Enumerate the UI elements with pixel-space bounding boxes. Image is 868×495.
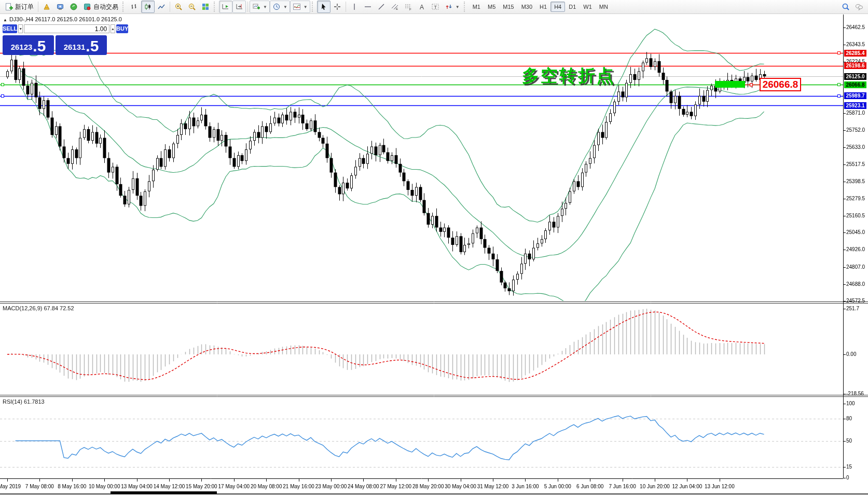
new-chart-icon	[252, 3, 260, 11]
time-axis-label: 6 May 2019	[0, 484, 21, 489]
timeframe-m15-button[interactable]: M15	[499, 2, 517, 12]
sell-price-pips: .5	[33, 38, 46, 54]
chat-button[interactable]	[852, 1, 866, 13]
time-axis-label: 5 Jun 00:00	[544, 484, 571, 489]
arrows-icon	[445, 3, 453, 11]
zoom-out-button[interactable]	[185, 1, 199, 13]
time-axis-label: 7 May 08:00	[25, 484, 54, 489]
timeframe-m5-button[interactable]: M5	[484, 2, 499, 12]
candlestick-mode-button[interactable]	[141, 1, 155, 13]
timeframe-m1-button[interactable]: M1	[469, 2, 484, 12]
crosshair-tool-button[interactable]	[330, 1, 344, 13]
search-button[interactable]	[839, 1, 852, 13]
price-axis-tick: 25871.0	[846, 110, 865, 116]
price-chart-canvas[interactable]	[0, 14, 868, 495]
time-axis-label: 8 May 16:00	[58, 484, 86, 489]
sell-button[interactable]: SELL	[3, 24, 17, 33]
terminal-button[interactable]	[53, 1, 67, 13]
timeframe-mn-button[interactable]: MN	[596, 2, 612, 12]
buy-price-panel[interactable]: 26131 .5	[56, 35, 107, 55]
signal-orb-icon	[70, 3, 78, 11]
trendline-icon	[377, 3, 385, 11]
timeframe-m30-button[interactable]: M30	[518, 2, 536, 12]
toolbar-separator	[247, 2, 248, 12]
time-axis-label: 31 May 12:00	[477, 484, 509, 489]
horizontal-line-tool-button[interactable]	[361, 1, 375, 13]
indicators-icon	[293, 3, 301, 11]
sell-price-panel[interactable]: 26123 .5	[3, 35, 54, 55]
fibonacci-tool-button[interactable]: F	[402, 1, 415, 13]
algo-trading-label: 自动交易	[93, 3, 118, 11]
auto-scroll-button[interactable]	[219, 1, 232, 13]
bar-chart-mode-button[interactable]	[128, 1, 141, 13]
mql5-community-button[interactable]	[67, 1, 80, 13]
cursor-tool-button[interactable]	[317, 1, 330, 13]
equidistant-channel-tool-button[interactable]: E	[388, 1, 402, 13]
price-axis-tick: 25517.5	[846, 161, 865, 167]
text-label-icon: T	[431, 3, 439, 11]
toolbar-separator	[346, 2, 346, 12]
fibonacci-icon: F	[404, 3, 412, 11]
candlestick-icon	[144, 3, 152, 11]
algo-trading-button[interactable]: 自动交易	[80, 1, 121, 13]
time-axis-label: 6 Jun 08:00	[576, 484, 603, 489]
vertical-line-tool-button[interactable]	[348, 1, 361, 13]
volume-decrease-button[interactable]: ▼	[18, 24, 23, 33]
volume-increase-button[interactable]: ▲	[111, 24, 115, 33]
text-label-tool-button[interactable]: T	[429, 1, 442, 13]
zoom-in-icon	[174, 3, 183, 11]
vertical-line-icon	[350, 3, 359, 11]
collapse-triangle-icon[interactable]: ▲	[3, 18, 7, 22]
line-chart-mode-button[interactable]	[155, 1, 168, 13]
tile-windows-button[interactable]	[199, 1, 212, 13]
svg-text:A: A	[420, 4, 424, 11]
price-callout-label[interactable]: 26066.8	[760, 78, 801, 91]
chart-shift-button[interactable]	[232, 1, 246, 13]
timeframe-w1-button[interactable]: W1	[580, 2, 596, 12]
price-axis-tick: 25633.0	[846, 144, 865, 150]
clock-icon	[272, 3, 281, 11]
dropdown-caret-icon: ▼	[304, 5, 308, 9]
time-axis-label: 13 May 04:00	[121, 484, 153, 489]
line-chart-icon	[157, 3, 166, 11]
price-axis-tick: 25752.0	[846, 127, 865, 133]
new-chart-dropdown[interactable]: ▼	[250, 1, 270, 13]
tile-windows-icon	[201, 3, 210, 11]
toolbar-grip	[312, 2, 315, 12]
price-axis-tick: 25045.0	[846, 229, 865, 235]
time-axis-label: 30 May 04:00	[445, 484, 476, 489]
buy-price: 26131	[64, 40, 86, 54]
svg-text:T: T	[434, 5, 437, 10]
new-order-icon	[5, 3, 13, 11]
price-level-label: 26125.0	[844, 73, 866, 80]
price-axis-tick: 24807.0	[846, 264, 865, 270]
rsi-axis-tick: 0	[846, 475, 849, 480]
timeframe-h1-button[interactable]: H1	[536, 2, 550, 12]
indicators-dropdown[interactable]: ▼	[290, 1, 310, 13]
trendline-tool-button[interactable]	[375, 1, 388, 13]
horizontal-scrollbar-thumb[interactable]	[111, 491, 217, 494]
text-tool-button[interactable]: A	[415, 1, 429, 13]
time-axis-label: 23 May 00:00	[315, 484, 347, 489]
timeframe-h4-button[interactable]: H4	[550, 2, 565, 12]
timeframe-d1-button[interactable]: D1	[565, 2, 580, 12]
svg-text:F: F	[409, 8, 411, 11]
algo-trading-icon	[83, 3, 91, 11]
chart-annotation-text[interactable]: 多空转折点	[522, 64, 615, 88]
rsi-axis-tick: 80	[846, 416, 852, 421]
price-axis-tick: 24688.0	[846, 281, 865, 287]
rsi-axis-tick: 15	[846, 464, 852, 470]
price-axis-tick: 25398.5	[846, 178, 865, 184]
zoom-in-button[interactable]	[172, 1, 185, 13]
new-order-button[interactable]: 新订单	[2, 1, 36, 13]
zoom-out-icon	[188, 3, 196, 11]
volume-input[interactable]	[24, 24, 109, 33]
time-axis-label: 10 May 00:00	[89, 484, 120, 489]
arrows-dropdown[interactable]: ▼	[442, 1, 462, 13]
period-dropdown[interactable]: ▼	[270, 1, 290, 13]
time-axis-label: 7 Jun 16:00	[609, 484, 636, 489]
depth-of-market-button[interactable]	[40, 1, 53, 13]
price-axis-tick: 24926.0	[846, 246, 865, 252]
buy-button[interactable]: BUY	[116, 24, 128, 33]
price-axis-tick: 25160.5	[846, 213, 865, 218]
